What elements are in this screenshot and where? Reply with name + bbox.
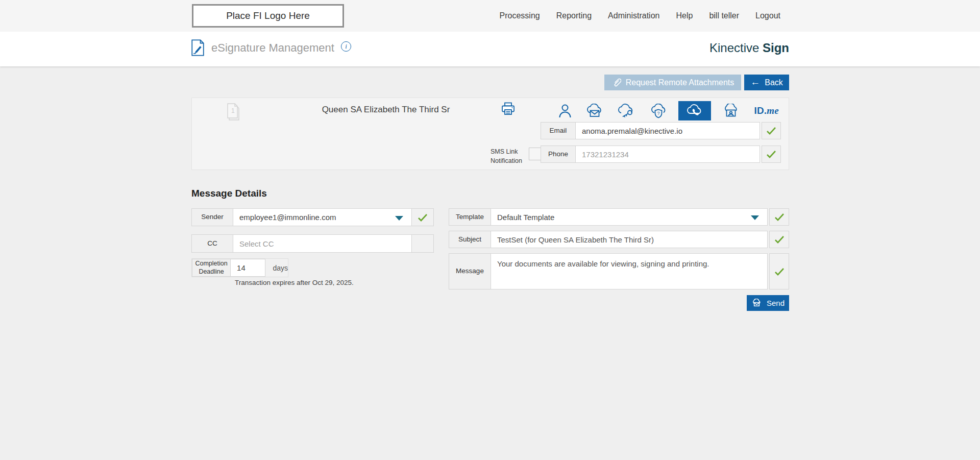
sender-valid-check bbox=[412, 208, 434, 226]
printer-icon[interactable] bbox=[501, 102, 515, 115]
nav-administration[interactable]: Administration bbox=[608, 11, 659, 20]
cloud-email-icon[interactable] bbox=[583, 101, 606, 120]
phone-valid-check bbox=[762, 146, 781, 163]
email-input[interactable]: anoma.premalal@kinective.io bbox=[576, 122, 760, 139]
brand-product: Sign bbox=[763, 41, 789, 55]
template-row: Template Default Template bbox=[449, 208, 789, 226]
send-label: Send bbox=[767, 299, 785, 307]
nav-help[interactable]: Help bbox=[676, 11, 693, 20]
brand-name: Kinective bbox=[709, 41, 759, 55]
cc-row: CC Select CC bbox=[191, 234, 434, 253]
info-icon[interactable]: i bbox=[341, 41, 351, 52]
completion-deadline-value: 14 bbox=[237, 263, 246, 272]
subject-value: TestSet (for Queen SA Elizabeth The Thir… bbox=[497, 235, 654, 244]
document-count-icon: 1 bbox=[226, 103, 241, 122]
nav-reporting[interactable]: Reporting bbox=[556, 11, 592, 20]
recipient-card: 1 Queen SA Elizabeth The Third Sr bbox=[191, 98, 789, 170]
email-row: Email anoma.premalal@kinective.io bbox=[541, 122, 781, 139]
template-value: Default Template bbox=[497, 213, 554, 222]
message-textarea[interactable]: Your documents are available for viewing… bbox=[491, 253, 768, 289]
cc-input[interactable]: Select CC bbox=[233, 234, 412, 253]
days-unit-label: days bbox=[265, 259, 288, 277]
sender-label: Sender bbox=[191, 208, 233, 226]
message-row: Message Your documents are available for… bbox=[449, 253, 789, 289]
completion-deadline-row: Completion Deadline 14 days bbox=[191, 258, 288, 277]
back-button[interactable]: ← Back bbox=[744, 75, 789, 90]
message-valid-check bbox=[769, 253, 789, 289]
email-label: Email bbox=[541, 122, 576, 139]
recipient-name: Queen SA Elizabeth The Third Sr bbox=[274, 105, 498, 115]
send-button[interactable]: Send bbox=[747, 295, 789, 311]
subject-row: Subject TestSet (for Queen SA Elizabeth … bbox=[449, 231, 789, 248]
subject-label: Subject bbox=[449, 231, 491, 248]
nav-processing[interactable]: Processing bbox=[500, 11, 540, 20]
phone-input[interactable]: 17321231234 bbox=[576, 146, 760, 163]
chevron-down-icon[interactable] bbox=[751, 215, 759, 220]
phone-value: 17321231234 bbox=[582, 150, 629, 159]
idme-id-text: ID. bbox=[754, 105, 767, 116]
paperclip-icon bbox=[611, 78, 621, 87]
template-dropdown[interactable]: Default Template bbox=[491, 208, 768, 226]
template-valid-check bbox=[769, 208, 789, 226]
cloud-phone-icon-selected[interactable] bbox=[678, 101, 711, 120]
kinective-sign-logo: Kinective Sign bbox=[709, 41, 789, 55]
esignature-management-page: Place FI Logo Here Processing Reporting … bbox=[0, 0, 980, 460]
svg-text:1: 1 bbox=[231, 107, 235, 114]
email-valid-check bbox=[762, 122, 781, 139]
back-arrow-icon: ← bbox=[750, 77, 760, 87]
message-label: Message bbox=[449, 253, 491, 289]
subject-input[interactable]: TestSet (for Queen SA Elizabeth The Thir… bbox=[491, 231, 768, 248]
sender-dropdown[interactable]: employee1@immonline.com bbox=[233, 208, 412, 226]
page-title: eSignature Management bbox=[211, 41, 334, 55]
phone-label: Phone bbox=[541, 146, 576, 163]
subject-valid-check bbox=[769, 231, 789, 248]
message-details-heading: Message Details bbox=[191, 188, 267, 199]
expiry-note: Transaction expires after Oct 29, 2025. bbox=[235, 279, 354, 286]
idme-icon[interactable]: ID.me bbox=[751, 101, 782, 120]
chevron-down-icon[interactable] bbox=[395, 216, 403, 221]
main-nav: Processing Reporting Administration Help… bbox=[500, 0, 780, 32]
send-envelope-icon bbox=[751, 299, 762, 307]
cc-placeholder: Select CC bbox=[239, 239, 274, 248]
fi-logo-placeholder[interactable]: Place FI Logo Here bbox=[192, 4, 344, 28]
esignature-document-icon bbox=[191, 39, 205, 56]
nav-logout[interactable]: Logout bbox=[755, 11, 780, 20]
cloud-security-question-icon[interactable]: ? bbox=[647, 101, 670, 120]
in-person-signer-icon[interactable] bbox=[555, 101, 575, 120]
cc-check-empty bbox=[412, 234, 434, 253]
cc-label: CC bbox=[191, 234, 233, 253]
template-label: Template bbox=[449, 208, 491, 226]
email-value: anoma.premalal@kinective.io bbox=[582, 127, 682, 135]
sender-value: employee1@immonline.com bbox=[239, 213, 336, 222]
message-value: Your documents are available for viewing… bbox=[497, 258, 709, 269]
authentication-methods: ? ID.me bbox=[555, 101, 782, 120]
completion-deadline-label: Completion Deadline bbox=[192, 259, 231, 277]
top-bar: Place FI Logo Here Processing Reporting … bbox=[0, 0, 980, 32]
sms-link-notification-checkbox[interactable] bbox=[529, 148, 542, 160]
cloud-key-icon[interactable] bbox=[615, 101, 638, 120]
idme-me-text: me bbox=[767, 105, 779, 116]
phone-row: Phone 17321231234 bbox=[541, 146, 781, 163]
request-remote-attachments-label: Request Remote Attachments bbox=[626, 78, 734, 87]
fi-logo-text: Place FI Logo Here bbox=[226, 10, 310, 21]
page-header: eSignature Management i Kinective Sign bbox=[0, 32, 980, 66]
svg-text:?: ? bbox=[657, 111, 659, 116]
completion-deadline-input[interactable]: 14 bbox=[231, 259, 265, 277]
cloud-kiosk-icon[interactable] bbox=[719, 101, 743, 120]
request-remote-attachments-button[interactable]: Request Remote Attachments bbox=[604, 75, 741, 90]
sender-row: Sender employee1@immonline.com bbox=[191, 208, 434, 226]
nav-username[interactable]: bill teller bbox=[709, 11, 739, 20]
back-label: Back bbox=[765, 78, 783, 87]
sms-link-notification-label: SMS Link Notification bbox=[491, 147, 524, 165]
